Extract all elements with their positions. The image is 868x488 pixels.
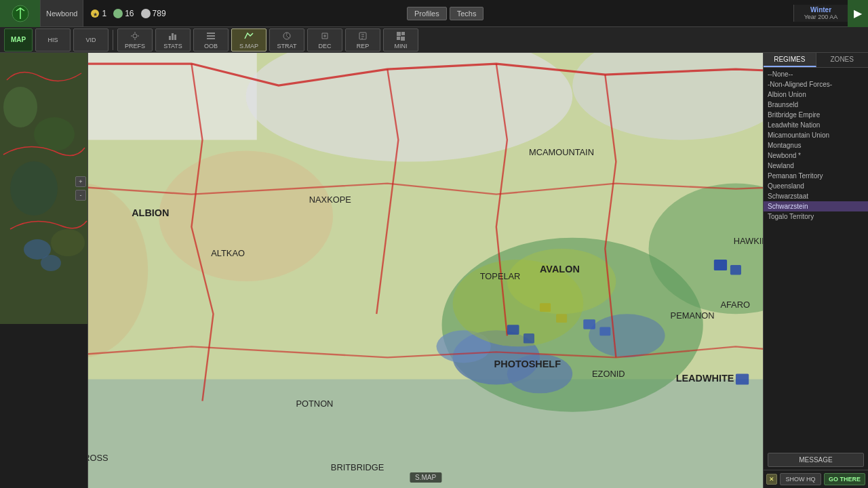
go-there-button[interactable]: GO THERE bbox=[824, 473, 865, 485]
svg-rect-45 bbox=[583, 319, 595, 329]
message-button[interactable]: MESSAGE bbox=[768, 453, 864, 467]
svg-text:AFARO: AFARO bbox=[720, 300, 750, 310]
smap-button[interactable]: S.MAP bbox=[231, 28, 267, 52]
resource-prod: 789 bbox=[141, 9, 166, 18]
zones-tab[interactable]: ZONES bbox=[816, 53, 869, 67]
sidebar-mini-controls: + - bbox=[75, 176, 86, 201]
svg-rect-47 bbox=[736, 373, 749, 384]
svg-text:MCAMOUNTAIN: MCAMOUNTAIN bbox=[529, 147, 594, 157]
svg-rect-41 bbox=[714, 260, 727, 270]
svg-rect-9 bbox=[207, 38, 215, 39]
regime-schwarzstaat[interactable]: Schwarzstaat bbox=[764, 191, 868, 201]
mini-button[interactable]: MINI bbox=[383, 28, 418, 52]
svg-rect-7 bbox=[207, 33, 215, 34]
main-content: + - bbox=[0, 53, 868, 488]
resource-star: ★ 1 bbox=[90, 9, 106, 18]
left-sidebar-map: + - bbox=[0, 53, 87, 324]
svg-rect-4 bbox=[169, 36, 171, 40]
regime-braunseld[interactable]: Braunseld bbox=[764, 100, 868, 110]
sidebar-mini-map: + - bbox=[0, 53, 87, 324]
zoom-out-icon[interactable]: - bbox=[75, 190, 86, 201]
next-turn-button[interactable]: ▶ bbox=[848, 0, 868, 27]
svg-text:LEADWHITE: LEADWHITE bbox=[676, 373, 734, 384]
his-button[interactable]: HIS bbox=[35, 28, 71, 52]
svg-rect-15 bbox=[401, 37, 405, 41]
right-panel-actions: ✕ SHOW HQ GO THERE bbox=[764, 470, 868, 488]
svg-rect-8 bbox=[207, 35, 215, 37]
regime-montagnus[interactable]: Montagnus bbox=[764, 140, 868, 150]
regime-pemanan[interactable]: Pemanan Territory bbox=[764, 171, 868, 181]
left-sidebar: + - bbox=[0, 53, 88, 488]
regime-micamountain[interactable]: Micamountain Union bbox=[764, 130, 868, 140]
svg-rect-12 bbox=[397, 32, 401, 36]
svg-text:POTNON: POTNON bbox=[296, 399, 334, 409]
map-canvas[interactable]: ALBION ALTKAO NAXKOPE MCAMOUNTAIN ZEMIRO… bbox=[88, 53, 763, 488]
svg-text:HAWKING: HAWKING bbox=[734, 236, 763, 246]
stats-button[interactable]: STATS bbox=[155, 28, 191, 52]
zoom-in-icon[interactable]: + bbox=[75, 176, 86, 187]
svg-text:PHOTOSHELF: PHOTOSHELF bbox=[494, 359, 561, 369]
top-resources: ★ 1 16 789 bbox=[83, 9, 401, 18]
svg-point-40 bbox=[507, 249, 616, 314]
dec-button[interactable]: DEC bbox=[307, 28, 342, 52]
svg-rect-43 bbox=[507, 325, 519, 334]
svg-text:BRITBRIDGE: BRITBRIDGE bbox=[331, 462, 384, 472]
svg-rect-26 bbox=[88, 380, 763, 489]
top-nav-buttons: Profiles Techs bbox=[401, 7, 489, 20]
faction-name: Newbond bbox=[41, 0, 83, 26]
techs-button[interactable]: Techs bbox=[450, 7, 484, 20]
resource-food: 16 bbox=[113, 9, 134, 18]
svg-point-20 bbox=[51, 229, 85, 256]
prefs-button[interactable]: PREFS bbox=[117, 28, 153, 52]
svg-rect-5 bbox=[172, 33, 174, 40]
main-toolbar: MAP HIS VID PREFS STATS OOB S.MAP STRAT … bbox=[0, 27, 868, 53]
map-button[interactable]: MAP bbox=[4, 28, 33, 52]
svg-point-22 bbox=[41, 255, 61, 271]
svg-point-19 bbox=[10, 161, 58, 216]
svg-rect-49 bbox=[556, 314, 567, 323]
svg-text:AVALON: AVALON bbox=[540, 264, 580, 274]
regime-britbridge[interactable]: Britbridge Empire bbox=[764, 110, 868, 120]
regimes-tab[interactable]: REGIMES bbox=[764, 53, 816, 67]
svg-text:CROSS: CROSS bbox=[88, 453, 108, 463]
rep-button[interactable]: REP bbox=[345, 28, 380, 52]
regime-zones-tabs: REGIMES ZONES bbox=[764, 53, 868, 68]
svg-text:ALBION: ALBION bbox=[132, 207, 169, 218]
svg-text:EZONID: EZONID bbox=[592, 369, 625, 379]
regime-schwarzstein[interactable]: Schwarzstein bbox=[764, 201, 868, 211]
strat-button[interactable]: STRAT bbox=[269, 28, 304, 52]
svg-text:PEMANON: PEMANON bbox=[671, 310, 715, 321]
regime-queensland[interactable]: Queensland bbox=[764, 181, 868, 191]
close-icon[interactable]: ✕ bbox=[766, 474, 777, 485]
svg-point-18 bbox=[34, 117, 75, 151]
regime-togalo[interactable]: Togalo Territory bbox=[764, 211, 868, 222]
svg-rect-32 bbox=[88, 53, 257, 140]
svg-rect-48 bbox=[540, 303, 551, 312]
regime-none[interactable]: --None-- bbox=[764, 69, 868, 79]
svg-point-3 bbox=[133, 34, 137, 38]
regime-non-aligned[interactable]: -Non-Aligned Forces- bbox=[764, 79, 868, 89]
regime-leadwhite[interactable]: Leadwhite Nation bbox=[764, 120, 868, 130]
svg-text:TOPELAR: TOPELAR bbox=[480, 271, 521, 281]
regime-newland[interactable]: Newland bbox=[764, 161, 868, 171]
faction-logo bbox=[0, 0, 41, 27]
svg-rect-6 bbox=[174, 35, 176, 40]
regime-newbond[interactable]: Newbond * bbox=[764, 150, 868, 161]
show-hq-button[interactable]: SHOW HQ bbox=[780, 473, 821, 485]
svg-point-17 bbox=[3, 87, 37, 127]
svg-text:★: ★ bbox=[93, 12, 98, 18]
svg-rect-44 bbox=[524, 333, 534, 343]
regime-albion[interactable]: Albion Union bbox=[764, 89, 868, 100]
map-area: ALBION ALTKAO NAXKOPE MCAMOUNTAIN ZEMIRO… bbox=[88, 53, 763, 488]
svg-text:ALTKAO: ALTKAO bbox=[211, 248, 245, 258]
right-panel: REGIMES ZONES --None-- -Non-Aligned Forc… bbox=[763, 53, 868, 488]
oob-button[interactable]: OOB bbox=[193, 28, 229, 52]
season-display: Winter Year 200 AA bbox=[793, 5, 848, 22]
smap-label: S.MAP bbox=[410, 472, 441, 483]
regime-list: --None-- -Non-Aligned Forces- Albion Uni… bbox=[764, 68, 868, 450]
svg-rect-46 bbox=[599, 327, 610, 336]
svg-text:NAXKOPE: NAXKOPE bbox=[309, 195, 351, 205]
profiles-button[interactable]: Profiles bbox=[407, 7, 447, 20]
vid-button[interactable]: VID bbox=[73, 28, 108, 52]
svg-point-38 bbox=[589, 314, 665, 357]
